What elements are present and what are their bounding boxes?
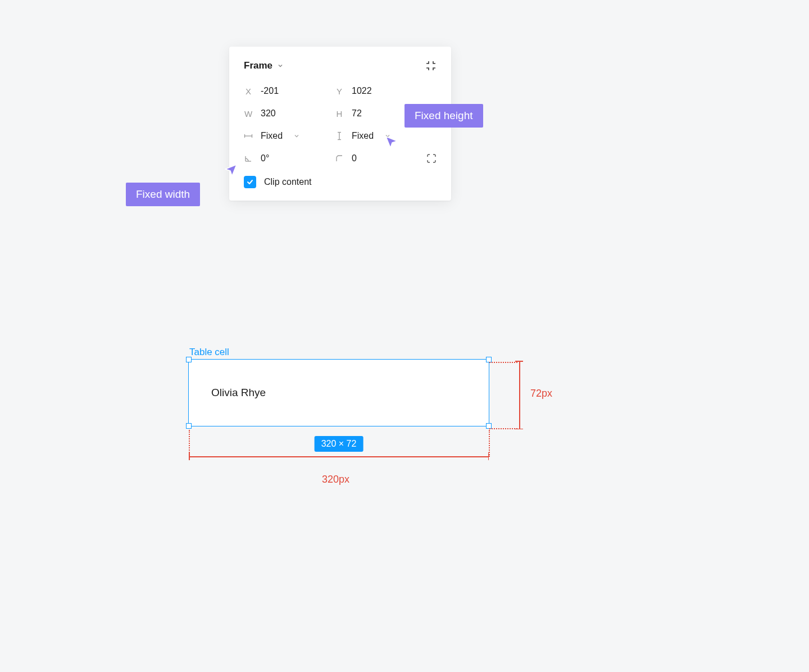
- panel-header: Frame: [244, 60, 437, 71]
- callout-text: Fixed height: [415, 110, 473, 121]
- corner-radius-field[interactable]: 0: [335, 153, 426, 164]
- resize-handle-bottom-left[interactable]: [186, 423, 192, 429]
- angle-icon: [244, 154, 253, 163]
- y-label: Y: [335, 87, 344, 96]
- measure-height-label: 72px: [530, 388, 552, 399]
- chevron-down-icon: [294, 133, 299, 139]
- clip-content-checkbox[interactable]: [244, 176, 256, 188]
- resize-to-fit-icon[interactable]: [425, 60, 437, 71]
- chevron-down-icon: [277, 62, 284, 69]
- rotation-radius-row: 0° 0: [244, 153, 437, 164]
- horizontal-resize-icon: [244, 131, 253, 140]
- measure-guide: [489, 428, 517, 429]
- x-label: X: [244, 87, 253, 96]
- measure-width-label: 320px: [322, 474, 349, 485]
- resize-handle-top-left[interactable]: [186, 357, 192, 362]
- w-value: 320: [261, 108, 276, 119]
- dimensions-badge: 320 × 72: [315, 436, 363, 452]
- clip-content-label: Clip content: [264, 177, 312, 187]
- y-value: 1022: [352, 86, 372, 96]
- corner-radius-value: 0: [352, 153, 357, 164]
- x-value: -201: [261, 86, 279, 96]
- layer-name-label[interactable]: Table cell: [189, 347, 489, 358]
- h-label: H: [335, 109, 344, 119]
- frame-type-dropdown[interactable]: Frame: [244, 60, 284, 71]
- callout-fixed-width: Fixed width: [126, 183, 200, 206]
- annotation-cursor-icon: [383, 134, 400, 151]
- independent-corners-button[interactable]: [426, 153, 437, 164]
- horizontal-resize-value: Fixed: [261, 131, 283, 141]
- horizontal-resize-dropdown[interactable]: Fixed: [244, 131, 335, 141]
- y-field[interactable]: Y 1022: [335, 86, 437, 96]
- measure-height-bar: [519, 361, 520, 429]
- h-value: 72: [352, 108, 362, 119]
- position-row: X -201 Y 1022: [244, 86, 437, 96]
- measure-guide: [489, 430, 490, 457]
- x-field[interactable]: X -201: [244, 86, 335, 96]
- measure-width-bar: [189, 456, 489, 457]
- clip-content-row: Clip content: [244, 176, 437, 188]
- callout-fixed-height: Fixed height: [404, 104, 483, 128]
- vertical-resize-icon: [335, 131, 344, 140]
- frame-title-text: Frame: [244, 60, 272, 71]
- selected-frame-wrap: Table cell Olivia Rhye 320 × 72: [188, 347, 489, 426]
- resize-mode-row: Fixed Fixed: [244, 131, 437, 141]
- callout-text: Fixed width: [136, 188, 190, 200]
- table-cell-frame[interactable]: Olivia Rhye 320 × 72: [188, 359, 489, 426]
- annotation-cursor-icon: [222, 162, 239, 179]
- corner-radius-icon: [335, 154, 344, 163]
- w-label: W: [244, 109, 253, 119]
- cell-text: Olivia Rhye: [211, 387, 266, 399]
- measure-guide: [489, 362, 517, 363]
- vertical-resize-value: Fixed: [352, 131, 374, 141]
- w-field[interactable]: W 320: [244, 108, 335, 119]
- rotation-value: 0°: [261, 153, 269, 164]
- rotation-field[interactable]: 0°: [244, 153, 335, 164]
